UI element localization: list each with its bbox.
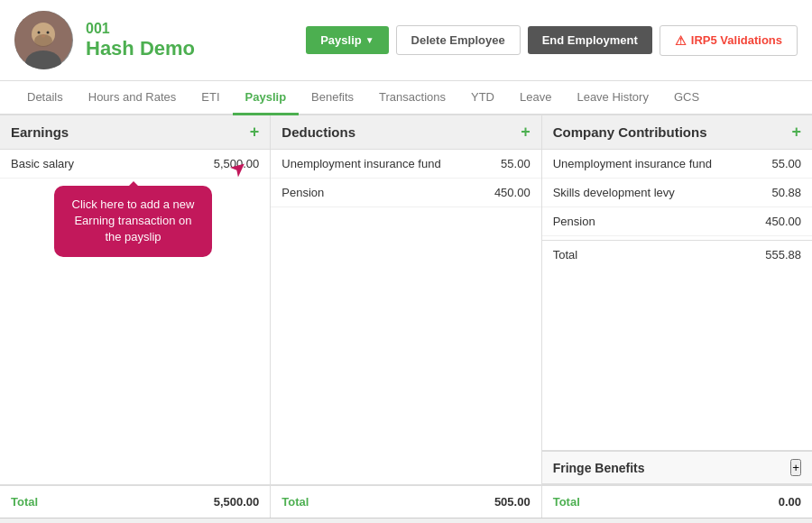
tab-leave[interactable]: Leave [507,81,564,115]
dropdown-arrow-icon: ▼ [365,35,374,45]
add-contribution-button[interactable]: + [791,123,801,142]
tabs: Details Hours and Rates ETI Payslip Bene… [0,81,812,115]
company-contributions-body: Unemployment insurance fund 55.00 Skills… [542,150,812,451]
list-item: Unemployment insurance fund 55.00 [542,150,812,179]
end-employment-button[interactable]: End Employment [528,26,652,54]
fringe-benefits-section: Fringe Benefits + [542,451,812,484]
deductions-total-label: Total [281,495,309,509]
company-contributions-column: Company Contributions + Unemployment ins… [542,115,812,484]
svg-point-4 [38,32,41,34]
earnings-header: Earnings + [0,115,270,150]
employee-id: 001 [86,21,306,37]
list-item: Pension 450.00 [271,179,540,207]
svg-point-5 [47,32,50,34]
tab-payslip[interactable]: Payslip [233,81,300,115]
earnings-body: ➤ Basic salary 5,500.00 Click here to ad… [0,150,270,484]
contributions-total: Total 0.00 [542,486,812,518]
deductions-title: Deductions [281,124,355,140]
earnings-total: Total 5,500.00 [0,486,271,518]
totals-bar: Total 5,500.00 Total 505.00 Total 0.00 [0,484,812,518]
contribution-item-amount-1: 50.88 [771,186,801,199]
contribution-item-label-1: Skills development levy [553,186,675,199]
tooltip-bubble: Click here to add a new Earning transact… [54,186,212,257]
tab-leave-history[interactable]: Leave History [564,81,660,115]
contribution-item-amount-0: 55.00 [771,157,801,170]
avatar [14,11,73,69]
payslip-button[interactable]: Payslip ▼ [306,26,388,54]
earnings-total-label: Total [11,495,38,509]
earnings-title: Earnings [11,124,69,140]
deductions-item-amount-1: 450.00 [494,186,531,199]
company-contributions-header: Company Contributions + [542,115,812,150]
deductions-total: Total 505.00 [271,486,541,518]
irp5-validations-button[interactable]: ⚠ IRP5 Validations [660,25,798,56]
subtotal-value: 555.88 [765,248,801,262]
tab-hours-and-rates[interactable]: Hours and Rates [76,81,189,115]
company-contributions-subtotal: Total 555.88 [542,240,812,269]
earnings-item-label: Basic salary [11,157,74,170]
delete-employee-button[interactable]: Delete Employee [396,25,521,55]
deductions-item-amount-0: 55.00 [501,157,531,170]
svg-point-6 [42,35,45,38]
contributions-total-value: 0.00 [779,495,801,509]
contribution-item-amount-2: 450.00 [765,215,801,228]
employee-name: Hash Demo [86,37,306,60]
list-item: Unemployment insurance fund 55.00 [271,150,540,179]
earnings-column: Earnings + ➤ Basic salary 5,500.00 Click… [0,115,271,484]
employee-info: 001 Hash Demo [86,21,306,60]
add-deduction-button[interactable]: + [521,123,531,142]
tab-ytd[interactable]: YTD [458,81,507,115]
tab-details[interactable]: Details [14,81,76,115]
deductions-item-label-1: Pension [281,186,324,199]
company-contributions-title: Company Contributions [553,124,707,140]
header: 001 Hash Demo Payslip ▼ Delete Employee … [0,0,812,81]
contributions-total-label: Total [553,495,580,509]
list-item: Pension 450.00 [542,207,812,236]
tab-gcs[interactable]: GCS [661,81,712,115]
deductions-body: Unemployment insurance fund 55.00 Pensio… [271,150,540,484]
deductions-total-value: 505.00 [494,495,531,509]
tab-benefits[interactable]: Benefits [299,81,366,115]
tab-transactions[interactable]: Transactions [366,81,458,115]
deductions-column: Deductions + Unemployment insurance fund… [271,115,541,484]
list-item: Skills development levy 50.88 [542,179,812,207]
fringe-benefits-header: Fringe Benefits + [542,451,812,484]
add-earning-button[interactable]: + [250,123,260,142]
main-content: Earnings + ➤ Basic salary 5,500.00 Click… [0,115,812,484]
subtotal-label: Total [553,248,577,262]
deductions-header: Deductions + [271,115,540,150]
contribution-item-label-2: Pension [553,215,595,228]
nett-pay-bar: Nett Pay 4,995.00 [0,518,812,523]
header-actions: Payslip ▼ Delete Employee End Employment… [306,25,798,56]
deductions-item-label-0: Unemployment insurance fund [281,157,440,170]
warning-icon: ⚠ [675,33,687,48]
tab-eti[interactable]: ETI [189,81,232,115]
contribution-item-label-0: Unemployment insurance fund [553,157,712,170]
fringe-benefits-title: Fringe Benefits [553,461,645,475]
add-fringe-benefit-button[interactable]: + [790,459,801,476]
earnings-total-value: 5,500.00 [214,495,260,509]
